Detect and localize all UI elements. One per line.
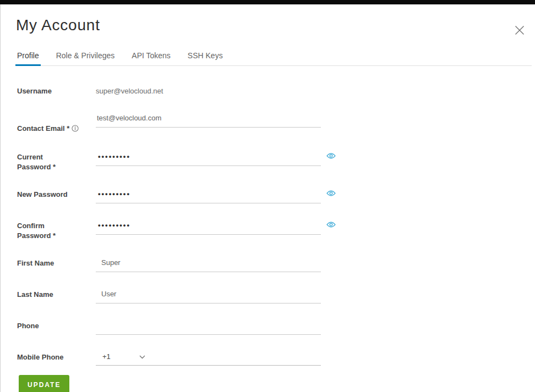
- form-row-mobile-phone: Mobile Phone +1: [17, 352, 520, 366]
- chevron-down-icon: [139, 355, 145, 359]
- country-code-value: +1: [102, 352, 111, 362]
- first-name-label: First Name: [17, 258, 96, 268]
- mobile-phone-label: Mobile Phone: [17, 352, 96, 362]
- eye-icon[interactable]: [326, 190, 336, 197]
- first-name-input[interactable]: [96, 258, 321, 272]
- new-password-label: New Password: [17, 189, 96, 200]
- username-value: super@velocloud.net: [96, 86, 163, 96]
- new-password-input[interactable]: [96, 189, 321, 203]
- update-button[interactable]: UPDATE: [19, 375, 69, 392]
- form-row-first-name: First Name: [17, 258, 520, 272]
- profile-form: Username super@velocloud.net Contact Ema…: [1, 66, 535, 366]
- my-account-modal: My Account Profile Role & Privileges API…: [0, 4, 535, 392]
- username-label: Username: [17, 86, 96, 96]
- close-icon: [515, 25, 525, 35]
- tab-api-tokens[interactable]: API Tokens: [130, 51, 172, 65]
- close-button[interactable]: [512, 23, 527, 37]
- tab-ssh-keys[interactable]: SSH Keys: [186, 51, 225, 65]
- form-row-contact-email: Contact Email *: [17, 113, 520, 135]
- tab-role-privileges[interactable]: Role & Privileges: [54, 51, 117, 65]
- tab-bar: Profile Role & Privileges API Tokens SSH…: [15, 51, 532, 66]
- mobile-phone-field: +1: [96, 352, 321, 366]
- contact-email-input[interactable]: [96, 113, 321, 128]
- page-title: My Account: [16, 16, 520, 35]
- tab-profile[interactable]: Profile: [15, 51, 41, 65]
- modal-header: My Account: [1, 4, 535, 35]
- form-row-phone: Phone: [17, 321, 520, 335]
- current-password-input[interactable]: [96, 152, 321, 166]
- country-code-select[interactable]: +1: [96, 352, 145, 362]
- top-edge-bar: [0, 0, 535, 4]
- last-name-input[interactable]: [96, 289, 321, 303]
- form-row-last-name: Last Name: [17, 289, 520, 303]
- phone-label: Phone: [17, 321, 96, 331]
- confirm-password-input[interactable]: [96, 220, 321, 235]
- current-password-label: Current Password *: [17, 152, 96, 172]
- mobile-phone-input[interactable]: [145, 353, 321, 361]
- form-row-username: Username super@velocloud.net: [17, 86, 520, 96]
- contact-email-label: Contact Email *: [17, 124, 69, 132]
- eye-icon[interactable]: [326, 152, 336, 159]
- last-name-label: Last Name: [17, 289, 96, 300]
- confirm-password-label: Confirm Password *: [17, 220, 96, 241]
- form-row-new-password: New Password: [17, 189, 520, 203]
- info-circle-icon[interactable]: [72, 125, 79, 135]
- form-row-confirm-password: Confirm Password *: [17, 220, 520, 241]
- eye-icon[interactable]: [326, 221, 336, 228]
- form-row-current-password: Current Password *: [17, 152, 520, 172]
- phone-input[interactable]: [96, 321, 321, 335]
